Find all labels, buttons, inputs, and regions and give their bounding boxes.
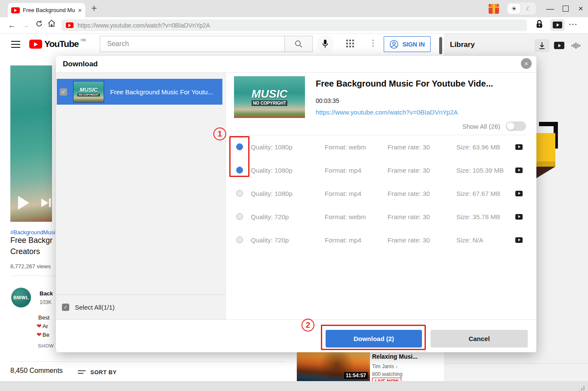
sign-in-button[interactable]: SIGN IN [384, 36, 431, 52]
theme-toggle[interactable]: ☀ ☾ [507, 3, 536, 15]
thumbnail-subtext: NO COPYRIGHT [252, 100, 287, 106]
close-window-button[interactable]: × [575, 3, 586, 14]
youtube-logo[interactable]: YouTube HK [29, 39, 86, 49]
video-type-icon [515, 144, 523, 150]
new-tab-button[interactable]: + [91, 3, 97, 14]
heart-icon: ❤ [37, 323, 42, 329]
next-video-icon[interactable] [41, 199, 51, 207]
thumbnail-text: MUSIC [252, 88, 288, 99]
selected-video-row[interactable]: ✓ MUSIC NO COPYRIGHT Free Background Mus… [57, 79, 222, 105]
suggested-video-thumbnail[interactable]: 11:54:57 [297, 352, 370, 381]
format-radio-4[interactable] [236, 236, 243, 243]
annotation-step-1: 1 [213, 127, 226, 140]
format-row-1[interactable]: Quality: 1080p Format: webm Frame rate: … [226, 135, 536, 158]
home-icon [47, 19, 56, 28]
format-container: Format: mp4 [325, 190, 388, 197]
format-radio-3[interactable] [236, 213, 243, 220]
browser-tab[interactable]: Free Background Mus × [8, 3, 85, 17]
video-type-icon [515, 191, 523, 196]
video-thumbnail-large: MUSIC NO COPYRIGHT [234, 76, 305, 118]
sort-icon[interactable] [78, 370, 86, 375]
comment-text: Ar [43, 323, 48, 329]
format-size: Size: 67.67 MB [456, 190, 515, 197]
reload-icon [35, 20, 43, 28]
resize-grip[interactable] [579, 386, 580, 388]
dialog-item-list: ✓ MUSIC NO COPYRIGHT Free Background Mus… [56, 73, 226, 320]
browser-menu-button[interactable]: ⋯ [569, 19, 577, 29]
video-url-link[interactable]: https://www.youtube.com/watch?v=0BIaDVnY… [316, 109, 458, 116]
show-all-label: Show All (26) [462, 123, 500, 130]
dialog-details: MUSIC NO COPYRIGHT Free Background Music… [226, 73, 536, 320]
format-row-3[interactable]: Quality: 1080p Format: mp4 Frame rate: 3… [226, 182, 536, 205]
channel-name[interactable]: Back [40, 290, 53, 297]
format-row-4[interactable]: Quality: 720p Format: webm Frame rate: 3… [226, 205, 536, 228]
suggested-video-title[interactable]: Relaxing Musi... [372, 353, 418, 360]
lock-icon [536, 19, 543, 29]
more-options-icon[interactable]: ⋮ [369, 38, 377, 48]
show-more-link[interactable]: SHOW [38, 343, 54, 348]
format-quality: Quality: 1080p [251, 167, 325, 174]
downloader-button[interactable] [550, 19, 565, 31]
menu-hamburger-icon[interactable] [11, 41, 20, 50]
show-all-toggle[interactable] [506, 121, 526, 131]
subscriber-count: 103K [40, 299, 52, 305]
youtube-play-icon [29, 40, 42, 49]
reload-button[interactable] [35, 19, 43, 31]
channel-avatar[interactable]: BMWL [11, 288, 31, 307]
video-player[interactable] [10, 65, 52, 222]
tab-close-icon[interactable]: × [78, 7, 82, 13]
video-library-tab-icon[interactable] [554, 42, 564, 49]
format-framerate: Frame rate: 30 [388, 236, 456, 244]
maximize-button[interactable] [560, 3, 571, 14]
cancel-button[interactable]: Cancel [431, 330, 528, 348]
page-scrollbar[interactable] [439, 37, 442, 54]
suggested-video-channel: Tim Janis ♪ [372, 363, 398, 369]
channel-initials: BMWL [13, 295, 29, 300]
youtube-favicon-icon [11, 7, 20, 13]
back-button[interactable]: ← [8, 19, 16, 31]
format-list: Quality: 1080p Format: webm Frame rate: … [226, 135, 536, 251]
item-checkbox[interactable]: ✓ [60, 88, 67, 96]
video-type-icon [515, 237, 523, 243]
comment-text: Be [43, 332, 49, 338]
audio-library-tab-icon[interactable] [571, 42, 581, 51]
forward-button[interactable]: → [22, 19, 30, 31]
music-note-icon: ♪ [395, 364, 398, 369]
format-row-5[interactable]: Quality: 720p Format: mp4 Frame rate: 30… [226, 228, 536, 251]
search-input[interactable] [106, 40, 278, 48]
format-size: Size: N/A [456, 236, 515, 244]
video-duration-badge: 11:54:57 [344, 372, 368, 379]
download-tab-button[interactable] [535, 39, 549, 52]
play-icon[interactable] [18, 196, 29, 210]
format-size: Size: 63.96 MB [456, 143, 515, 151]
annotation-box-1 [229, 136, 249, 177]
format-framerate: Frame rate: 30 [388, 167, 456, 174]
light-mode-icon[interactable]: ☀ [508, 3, 520, 14]
format-row-2[interactable]: Quality: 1080p Format: mp4 Frame rate: 3… [226, 158, 536, 182]
address-bar[interactable]: https://www.youtube.com/watch?v=0BIaDVnY… [62, 19, 527, 31]
library-title: Library [450, 40, 475, 49]
video-title: Free Background Music For Youtube Vide..… [316, 79, 522, 89]
lock-button[interactable] [536, 19, 543, 31]
select-all-row[interactable]: ✓ Select All(1/1) [56, 295, 226, 320]
format-radio-2[interactable] [236, 190, 243, 197]
select-all-checkbox[interactable]: ✓ [62, 304, 69, 311]
search-box[interactable] [100, 36, 285, 52]
dark-mode-icon[interactable]: ☾ [522, 3, 535, 14]
annotation-step-2: 2 [302, 319, 314, 332]
home-button[interactable] [47, 19, 56, 31]
apps-grid-icon[interactable] [346, 40, 354, 47]
url-favicon-icon [66, 22, 74, 28]
minimize-button[interactable]: — [545, 3, 556, 14]
comment-text: Best [38, 314, 49, 321]
app-window: Free Background Mus × + ☀ ☾ — × ← → http… [0, 0, 588, 391]
hashtag-link[interactable]: #BackgroundMusi [10, 229, 55, 236]
tab-bar: Free Background Mus × + ☀ ☾ — × [0, 0, 588, 17]
search-button[interactable] [284, 36, 313, 52]
dialog-close-button[interactable]: × [521, 58, 532, 69]
gift-icon[interactable] [489, 4, 499, 14]
sort-by-button[interactable]: SORT BY [90, 369, 117, 375]
divider [444, 363, 588, 363]
voice-search-button[interactable] [317, 35, 334, 53]
youtube-region: HK [81, 38, 86, 42]
